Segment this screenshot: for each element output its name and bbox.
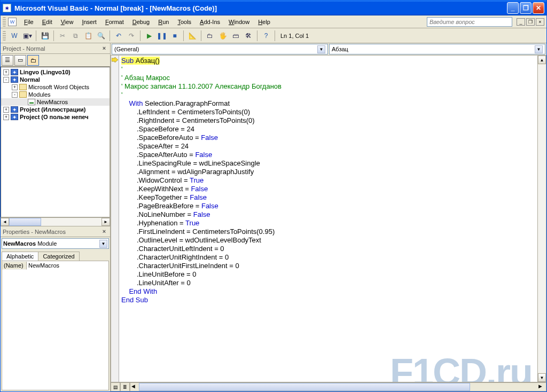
tab-alphabetic[interactable]: Alphabetic bbox=[2, 252, 38, 261]
code-line[interactable]: .CharacterUnitRightIndent = 0 bbox=[121, 253, 535, 262]
ask-question-input[interactable] bbox=[427, 17, 512, 27]
tree-node[interactable]: ▬NewMacros bbox=[1, 98, 110, 106]
code-line[interactable]: ' Абзац Макрос bbox=[121, 74, 535, 82]
code-line[interactable]: .KeepWithNext = False bbox=[121, 185, 535, 193]
properties-button[interactable]: 🖐 bbox=[217, 30, 229, 42]
tree-node[interactable]: -Modules bbox=[1, 91, 110, 98]
menu-format[interactable]: Format bbox=[101, 18, 128, 26]
code-line[interactable]: .Alignment = wdAlignParagraphJustify bbox=[121, 168, 535, 176]
titlebar[interactable]: ✶ Microsoft Visual Basic - Normal [break… bbox=[1, 1, 546, 15]
scroll-left-icon[interactable]: ◄ bbox=[130, 383, 139, 391]
minimize-button[interactable]: _ bbox=[507, 2, 519, 14]
property-row[interactable]: (Name)NewMacros bbox=[2, 261, 108, 270]
code-line[interactable]: .LeftIndent = CentimetersToPoints(0) bbox=[121, 108, 535, 116]
properties-close-icon[interactable]: × bbox=[100, 228, 108, 236]
code-line[interactable]: .SpaceBefore = 24 bbox=[121, 125, 535, 134]
procedure-dropdown[interactable]: Абзац▼ bbox=[329, 44, 545, 54]
tree-node[interactable]: +✦Project (О пользе непеч bbox=[1, 113, 110, 121]
code-line[interactable]: .CharacterUnitFirstLineIndent = 0 bbox=[121, 262, 535, 270]
tree-hscrollbar[interactable]: ◄ ► bbox=[1, 217, 110, 226]
find-button[interactable]: 🔍 bbox=[95, 30, 107, 42]
chevron-down-icon[interactable]: ▼ bbox=[535, 45, 543, 53]
code-line[interactable]: .CharacterUnitLeftIndent = 0 bbox=[121, 245, 535, 253]
scroll-left-icon[interactable]: ◄ bbox=[1, 218, 9, 226]
project-explorer-button[interactable]: 🗀 bbox=[204, 30, 216, 42]
expand-icon[interactable]: + bbox=[12, 84, 18, 90]
menu-view[interactable]: View bbox=[57, 18, 78, 26]
scroll-thumb[interactable] bbox=[139, 383, 470, 391]
code-line[interactable]: ' Макрос записан 11.10.2007 Александр Бо… bbox=[121, 82, 535, 91]
menu-run[interactable]: Run bbox=[154, 18, 173, 26]
code-line[interactable]: .LineUnitAfter = 0 bbox=[121, 279, 535, 287]
view-code-button[interactable]: ☰ bbox=[2, 55, 13, 66]
properties-object-combo[interactable]: NewMacros Module ▼ bbox=[2, 238, 109, 249]
property-value[interactable]: NewMacros bbox=[27, 262, 108, 269]
code-margin[interactable] bbox=[111, 55, 119, 382]
toolbox-button[interactable]: 🛠 bbox=[243, 30, 254, 42]
tree-node[interactable]: -✦Normal bbox=[1, 76, 110, 83]
object-dropdown[interactable]: (General)▼ bbox=[112, 44, 328, 54]
mdi-restore-button[interactable]: ❐ bbox=[526, 18, 535, 26]
code-line[interactable]: ' bbox=[121, 65, 535, 74]
code-line[interactable]: .NoLineNumber = False bbox=[121, 210, 535, 219]
code-line[interactable]: .SpaceAfter = 24 bbox=[121, 142, 535, 151]
close-button[interactable]: ✕ bbox=[533, 2, 544, 14]
code-line[interactable]: Sub Абзац() bbox=[121, 57, 535, 65]
scroll-right-icon[interactable]: ► bbox=[101, 218, 110, 226]
menu-debug[interactable]: Debug bbox=[128, 18, 154, 26]
scroll-down-icon[interactable]: ▼ bbox=[538, 373, 546, 382]
collapse-icon[interactable]: - bbox=[12, 92, 18, 98]
insert-module-button[interactable]: ▣▾ bbox=[21, 30, 33, 42]
menu-file[interactable]: File bbox=[20, 18, 38, 26]
editor-vscrollbar[interactable]: ▲ ▼ bbox=[538, 55, 546, 382]
grip-icon[interactable] bbox=[3, 31, 6, 41]
save-button[interactable]: 💾 bbox=[39, 30, 51, 42]
design-mode-button[interactable]: 📐 bbox=[186, 30, 198, 42]
expand-icon[interactable]: + bbox=[3, 114, 9, 120]
code-line[interactable]: .SpaceBeforeAuto = False bbox=[121, 134, 535, 142]
code-line[interactable]: End Sub bbox=[121, 296, 535, 304]
tree-node[interactable]: +Microsoft Word Objects bbox=[1, 83, 110, 91]
menu-edit[interactable]: Edit bbox=[38, 18, 57, 26]
code-line[interactable]: .LineSpacingRule = wdLineSpaceSingle bbox=[121, 159, 535, 168]
expand-icon[interactable]: + bbox=[3, 107, 9, 113]
code-editor[interactable]: Sub Абзац()'' Абзац Макрос' Макрос запис… bbox=[119, 55, 538, 382]
code-line[interactable]: .RightIndent = CentimetersToPoints(0) bbox=[121, 116, 535, 125]
expand-icon[interactable]: + bbox=[3, 69, 9, 75]
view-word-button[interactable]: W bbox=[9, 30, 20, 42]
copy-button[interactable]: ⧉ bbox=[69, 30, 81, 42]
chevron-down-icon[interactable]: ▼ bbox=[317, 45, 325, 53]
code-line[interactable]: .OutlineLevel = wdOutlineLevelBodyText bbox=[121, 236, 535, 245]
menu-add-ins[interactable]: Add-Ins bbox=[196, 18, 224, 26]
view-object-button[interactable]: ▭ bbox=[14, 55, 26, 66]
menu-help[interactable]: Help bbox=[254, 18, 275, 26]
code-line[interactable]: End With bbox=[121, 287, 535, 296]
tab-categorized[interactable]: Categorized bbox=[38, 252, 79, 261]
collapse-icon[interactable]: - bbox=[3, 77, 9, 83]
word-doc-icon[interactable]: W bbox=[8, 18, 17, 26]
toggle-folders-button[interactable]: 🗀 bbox=[27, 55, 39, 66]
help-button[interactable]: ? bbox=[260, 30, 272, 42]
code-line[interactable]: .SpaceAfterAuto = False bbox=[121, 151, 535, 159]
undo-button[interactable]: ↶ bbox=[113, 30, 124, 42]
code-line[interactable]: .WidowControl = True bbox=[121, 176, 535, 185]
redo-button[interactable]: ↷ bbox=[126, 30, 137, 42]
menu-tools[interactable]: Tools bbox=[173, 18, 196, 26]
code-line[interactable]: .Hyphenation = True bbox=[121, 219, 535, 228]
menu-window[interactable]: Window bbox=[224, 18, 254, 26]
editor-hscrollbar[interactable]: ◄ ► bbox=[130, 382, 546, 391]
properties-grid[interactable]: (Name)NewMacros bbox=[2, 261, 109, 390]
paste-button[interactable]: 📋 bbox=[82, 30, 94, 42]
code-line[interactable]: .FirstLineIndent = CentimetersToPoints(0… bbox=[121, 228, 535, 236]
grip-icon[interactable] bbox=[3, 17, 6, 27]
tree-node[interactable]: +✦Project (Иллюстрации) bbox=[1, 106, 110, 113]
code-line[interactable]: ' bbox=[121, 91, 535, 99]
mdi-close-button[interactable]: × bbox=[536, 18, 544, 26]
run-button[interactable]: ▶ bbox=[143, 30, 155, 42]
tree-node[interactable]: +✦Lingvo (Lingvo10) bbox=[1, 68, 110, 76]
mdi-minimize-button[interactable]: _ bbox=[517, 18, 525, 26]
scroll-thumb[interactable] bbox=[9, 218, 41, 226]
project-tree[interactable]: +✦Lingvo (Lingvo10)-✦Normal+Microsoft Wo… bbox=[1, 67, 110, 217]
code-line[interactable]: .LineUnitBefore = 0 bbox=[121, 270, 535, 279]
scroll-up-icon[interactable]: ▲ bbox=[538, 56, 546, 64]
